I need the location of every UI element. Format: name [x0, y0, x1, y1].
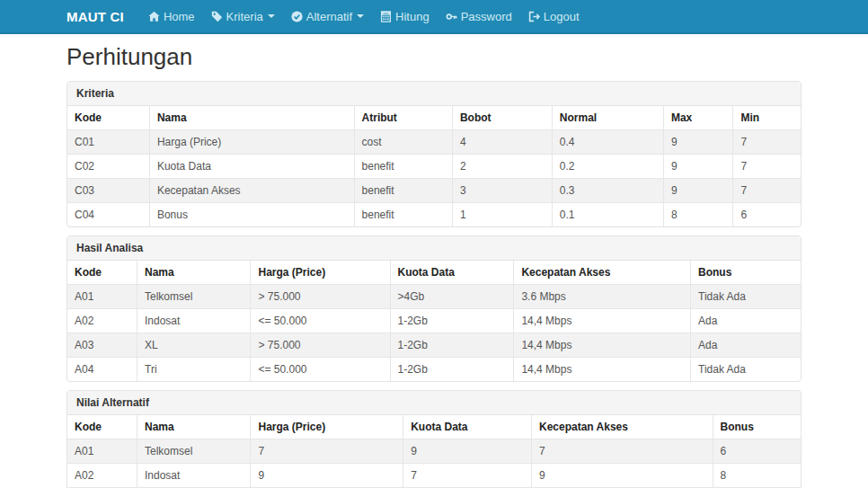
table-cell: 7 — [532, 439, 713, 464]
table-cell: 6 — [733, 203, 801, 227]
table-cell: C02 — [67, 155, 149, 179]
table-header-row: KodeNamaHarga (Price)Kuota DataKecepatan… — [67, 261, 801, 285]
nav-label: Hitung — [395, 10, 430, 23]
caret-down-icon — [268, 14, 275, 18]
table-cell: 14,4 Mbps — [514, 358, 691, 382]
column-header: Nama — [137, 415, 251, 439]
table-row: A03XL> 75.0001-2Gb14,4 MbpsAda — [67, 333, 801, 358]
sign-out-icon — [528, 11, 540, 22]
nav-item-kriteria: Kriteria — [203, 0, 283, 32]
nav-item-hitung: Hitung — [372, 0, 438, 32]
navbar-inner: MAUT CI Home Kriteria — [66, 0, 802, 32]
column-header: Bonus — [691, 261, 801, 285]
table-cell: Kecepatan Akses — [149, 179, 354, 203]
table-cell: benefit — [354, 155, 452, 179]
nav-label: Home — [164, 10, 195, 23]
column-header: Kuota Data — [390, 261, 514, 285]
table-cell: Ada — [691, 309, 801, 333]
table-cell: 0.1 — [552, 203, 663, 227]
table-cell: 7 — [733, 130, 801, 155]
table-cell: 1-2Gb — [390, 358, 514, 382]
column-header: Atribut — [354, 106, 452, 130]
nav-item-home: Home — [140, 0, 203, 32]
column-header: Bonus — [713, 415, 801, 439]
hasil-analisa-table: KodeNamaHarga (Price)Kuota DataKecepatan… — [67, 261, 801, 381]
table-row: A02Indosat<= 50.0001-2Gb14,4 MbpsAda — [67, 309, 801, 333]
table-cell: 7 — [403, 464, 532, 488]
column-header: Kecepatan Akses — [514, 261, 691, 285]
table-cell: 2 — [452, 155, 552, 179]
panel-heading: Kriteria — [67, 82, 801, 106]
table-cell: 8 — [713, 464, 801, 488]
table-cell: 6 — [713, 439, 801, 464]
table-cell: <= 50.000 — [251, 358, 390, 382]
table-cell: 14,4 Mbps — [514, 333, 691, 358]
navbar: MAUT CI Home Kriteria — [0, 0, 868, 34]
nav-item-alternatif: Alternatif — [283, 0, 372, 32]
nav-item-password: Password — [438, 0, 520, 32]
nav-link-home[interactable]: Home — [140, 0, 203, 32]
table-row: C03Kecepatan Aksesbenefit30.397 — [67, 179, 801, 203]
page-title: Perhitungan — [66, 43, 802, 70]
table-cell: Ada — [691, 333, 801, 358]
table-cell: 9 — [403, 439, 532, 464]
column-header: Min — [733, 106, 801, 130]
panel-hasil-analisa: Hasil Analisa KodeNamaHarga (Price)Kuota… — [66, 235, 802, 382]
table-cell: 7 — [251, 439, 403, 464]
table-cell: Indosat — [137, 309, 251, 333]
nav-label: Alternatif — [306, 10, 352, 23]
panel-heading: Nilai Alternatif — [67, 391, 801, 415]
home-icon — [148, 11, 160, 22]
column-header: Kode — [67, 261, 137, 285]
table-row: A01Telkomsel> 75.000>4Gb3.6 MbpsTidak Ad… — [67, 285, 801, 309]
table-cell: 9 — [663, 130, 733, 155]
column-header: Kuota Data — [403, 415, 532, 439]
column-header: Kode — [67, 415, 137, 439]
table-cell: 4 — [452, 130, 552, 155]
key-icon — [446, 11, 457, 22]
column-header: Normal — [552, 106, 663, 130]
table-cell: Telkomsel — [137, 285, 251, 309]
calculator-icon — [380, 11, 392, 22]
table-row: C04Bonusbenefit10.186 — [67, 203, 801, 227]
table-cell: 9 — [251, 464, 403, 488]
table-cell: Tidak Ada — [691, 358, 801, 382]
column-header: Kecepatan Akses — [532, 415, 713, 439]
table-cell: C04 — [67, 203, 149, 227]
table-cell: 0.4 — [552, 130, 663, 155]
nav-menu: Home Kriteria Alternatif — [140, 0, 588, 32]
column-header: Harga (Price) — [251, 415, 403, 439]
nav-link-password[interactable]: Password — [438, 0, 520, 32]
nav-link-hitung[interactable]: Hitung — [372, 0, 438, 32]
table-cell: XL — [137, 333, 251, 358]
table-cell: benefit — [354, 203, 452, 227]
nilai-alternatif-table: KodeNamaHarga (Price)Kuota DataKecepatan… — [67, 415, 801, 488]
nav-link-logout[interactable]: Logout — [520, 0, 588, 32]
table-cell: Tidak Ada — [691, 285, 801, 309]
table-row: A02Indosat9798 — [67, 464, 801, 488]
table-cell: 1-2Gb — [390, 333, 514, 358]
table-cell: 1 — [452, 203, 552, 227]
table-cell: Kuota Data — [149, 155, 354, 179]
table-row: A01Telkomsel7976 — [67, 439, 801, 464]
table-cell: > 75.000 — [251, 333, 390, 358]
table-header-row: KodeNamaHarga (Price)Kuota DataKecepatan… — [67, 415, 801, 439]
table-cell: 9 — [663, 155, 733, 179]
column-header: Harga (Price) — [251, 261, 390, 285]
table-cell: A02 — [67, 309, 137, 333]
nav-link-alternatif[interactable]: Alternatif — [283, 0, 372, 32]
table-cell: 3 — [452, 179, 552, 203]
table-cell: >4Gb — [390, 285, 514, 309]
table-cell: 3.6 Mbps — [514, 285, 691, 309]
table-cell: A02 — [67, 464, 137, 488]
table-cell: benefit — [354, 179, 452, 203]
nav-link-kriteria[interactable]: Kriteria — [203, 0, 283, 32]
table-row: C01Harga (Price)cost40.497 — [67, 130, 801, 155]
table-cell: 14,4 Mbps — [514, 309, 691, 333]
check-circle-icon — [291, 11, 303, 22]
table-row: A04Tri<= 50.0001-2Gb14,4 MbpsTidak Ada — [67, 358, 801, 382]
nav-label: Password — [461, 10, 512, 23]
table-cell: Bonus — [149, 203, 354, 227]
column-header: Nama — [149, 106, 354, 130]
brand[interactable]: MAUT CI — [66, 9, 124, 24]
